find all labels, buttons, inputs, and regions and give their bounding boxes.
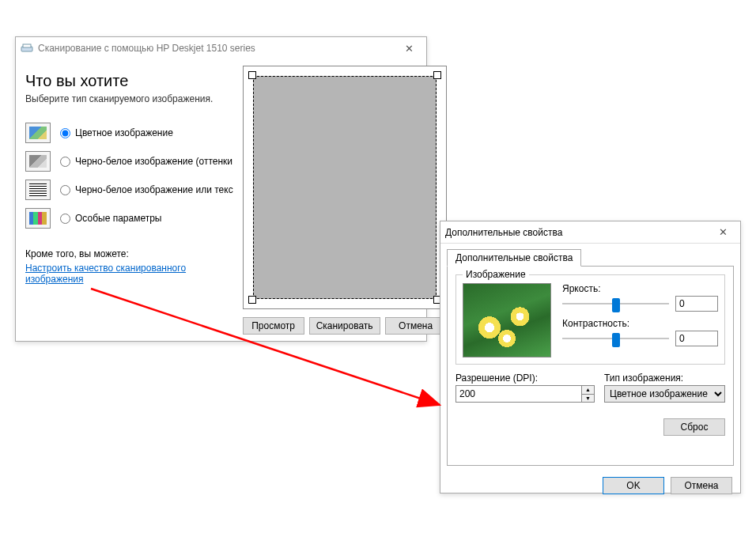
contrast-label: Контрастность: [562, 318, 629, 329]
preview-button[interactable]: Просмотр [243, 317, 304, 335]
contrast-slider[interactable] [562, 333, 669, 344]
resolution-label: Разрешение (DPI): [455, 372, 595, 384]
cancel-button[interactable]: Отмена [385, 317, 447, 335]
tab-strip: Дополнительные свойства [447, 248, 734, 267]
scan-titlebar[interactable]: Сканирование с помощью HP Deskjet 1510 s… [16, 37, 426, 59]
label-bw: Черно-белое изображение или текс [75, 184, 233, 195]
radio-bw[interactable] [60, 185, 70, 195]
resolution-down-icon[interactable]: ▼ [582, 395, 594, 403]
also-text: Кроме того, вы можете: [25, 248, 233, 259]
image-type-select[interactable]: Цветное изображение [604, 385, 725, 403]
selection-handle-tl[interactable] [248, 71, 256, 79]
brightness-label: Яркость: [562, 283, 600, 294]
option-row-custom[interactable]: Особые параметры [25, 204, 233, 233]
scan-window: Сканирование с помощью HP Deskjet 1510 s… [15, 36, 427, 342]
adjust-quality-link[interactable]: Настроить качество сканированного изобра… [25, 263, 207, 285]
contrast-value[interactable] [675, 331, 718, 346]
option-row-gray[interactable]: Черно-белое изображение (оттенки [25, 147, 233, 176]
scan-button[interactable]: Сканировать [309, 317, 380, 335]
color-thumb-icon [25, 123, 51, 143]
label-gray: Черно-белое изображение (оттенки [75, 156, 232, 167]
radio-custom[interactable] [60, 214, 70, 224]
reset-button[interactable]: Сброс [663, 418, 725, 436]
label-custom: Особые параметры [75, 213, 162, 224]
brightness-value[interactable] [675, 296, 718, 312]
ok-button[interactable]: OK [603, 477, 664, 494]
brightness-slider[interactable] [562, 298, 669, 309]
option-row-color[interactable]: Цветное изображение [25, 119, 233, 147]
prop-cancel-button[interactable]: Отмена [671, 477, 732, 494]
scan-description: Выберите тип сканируемого изображения. [25, 93, 233, 104]
selection-handle-bl[interactable] [248, 296, 256, 304]
custom-thumb-icon [25, 208, 51, 229]
preview-page[interactable] [253, 76, 437, 299]
sample-image-icon [463, 283, 551, 357]
label-color: Цветное изображение [75, 127, 173, 138]
resolution-input[interactable] [455, 385, 582, 403]
resolution-up-icon[interactable]: ▲ [582, 386, 594, 395]
selection-handle-tr[interactable] [433, 71, 441, 79]
tab-advanced[interactable]: Дополнительные свойства [447, 249, 581, 267]
radio-gray[interactable] [60, 157, 70, 167]
close-icon[interactable]: ✕ [711, 223, 735, 241]
prop-window-title: Дополнительные свойства [445, 227, 562, 238]
group-image-title: Изображение [463, 269, 529, 280]
bw-thumb-icon [25, 180, 51, 200]
preview-area[interactable] [243, 66, 447, 309]
type-label: Тип изображения: [604, 372, 725, 384]
option-row-bw[interactable]: Черно-белое изображение или текс [25, 176, 233, 204]
gray-thumb-icon [25, 151, 51, 172]
scan-options-pane: Что вы хотите Выберите тип сканируемого … [16, 59, 238, 341]
scan-heading: Что вы хотите [25, 72, 233, 90]
properties-window: Дополнительные свойства ✕ Дополнительные… [440, 221, 741, 494]
radio-color[interactable] [60, 128, 70, 138]
group-image: Изображение Яркость: Контрастность: [455, 274, 725, 365]
scan-window-title: Сканирование с помощью HP Deskjet 1510 s… [38, 43, 255, 54]
close-icon[interactable]: ✕ [397, 40, 421, 58]
svg-rect-1 [23, 44, 31, 47]
prop-titlebar[interactable]: Дополнительные свойства ✕ [440, 221, 740, 244]
scanner-icon [21, 43, 33, 53]
